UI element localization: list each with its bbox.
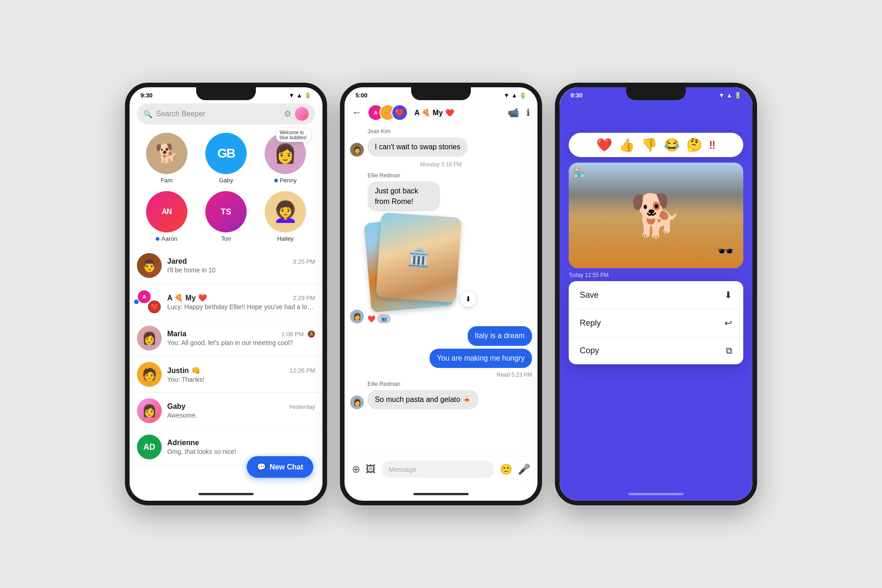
story-tori[interactable]: TS Tori	[205, 191, 247, 242]
chat-item-group[interactable]: A ❤️ A 🍕 My ❤️ 2:29 PM Lucy: Happy birth…	[130, 284, 322, 320]
react-laugh[interactable]: 😂	[664, 137, 680, 153]
jared-time: 3:25 PM	[293, 258, 315, 265]
react-heart[interactable]: ❤️	[596, 137, 612, 153]
back-button[interactable]: ←	[352, 107, 362, 119]
story-fam[interactable]: 🐕 Fam	[146, 133, 187, 184]
phone-notch-1	[196, 87, 256, 100]
story-gaby-label: Gaby	[219, 177, 233, 184]
stories-row-1: 🐕 Fam GB Gaby Welcome toblue bubbles! 👩 …	[130, 129, 322, 187]
gaby-content: Gaby Yesterday Awesome.	[167, 402, 315, 419]
story-aaron-label: Aaron	[156, 235, 177, 242]
signal-icon: ▲	[296, 92, 302, 99]
battery-icon-2: 🔋	[519, 92, 526, 99]
new-chat-button[interactable]: 💬 New Chat	[247, 456, 313, 478]
save-icon: ⬇	[724, 289, 732, 300]
chat-item-jared[interactable]: 👨 Jared 3:25 PM I'll be home in 10	[130, 248, 322, 284]
context-copy[interactable]: Copy ⧉	[569, 337, 743, 364]
search-icon: 🔍	[143, 110, 153, 119]
story-gaby[interactable]: GB Gaby	[205, 133, 247, 184]
download-button[interactable]: ⬇	[460, 291, 476, 307]
adrienne-avatar: AD	[137, 435, 162, 459]
reply-label: Reply	[580, 318, 601, 328]
emoji-icon[interactable]: 🙂	[500, 464, 512, 475]
message-input[interactable]: Message	[381, 461, 494, 478]
right-bubble-2: You are making me hungry	[430, 349, 532, 368]
chat-header-bar: ← A 🍕 ❤️ A 🍕 My ❤️ 📹 ℹ	[345, 101, 537, 124]
reaction-faces: 👥	[377, 314, 391, 323]
add-icon[interactable]: ⊕	[352, 464, 360, 475]
chat-item-justin[interactable]: 🧑 Justin 👊 12:26 PM You: Thanks!	[130, 356, 322, 393]
react-exclaim[interactable]: ‼️	[709, 139, 716, 152]
context-menu: Save ⬇ Reply ↩ Copy ⧉	[569, 281, 743, 364]
story-penny[interactable]: Welcome toblue bubbles! 👩 Penny	[265, 133, 306, 184]
search-placeholder: Search Beeper	[156, 110, 280, 118]
chat-item-gaby[interactable]: 👩 Gaby Yesterday Awesome.	[130, 393, 322, 429]
search-bar[interactable]: 🔍 Search Beeper ⚙	[137, 103, 315, 124]
jared-name: Jared	[167, 257, 187, 266]
gaby-time: Yesterday	[289, 403, 315, 410]
bg-items: 🏪	[573, 167, 585, 178]
msg-row-right-2: You are making me hungry	[350, 349, 532, 368]
jean-avatar: 👩	[350, 143, 364, 157]
react-thumbsup[interactable]: 👍	[619, 137, 635, 153]
story-penny-label: Penny	[274, 177, 297, 184]
media-icon[interactable]: 🖼	[366, 464, 376, 475]
settings-icon[interactable]: ⚙	[284, 109, 291, 119]
react-think[interactable]: 🤔	[686, 137, 702, 153]
ellie-bubble-1: Just got back from Rome!	[368, 181, 440, 211]
group-av-2: ❤️	[147, 300, 162, 314]
save-label: Save	[580, 290, 599, 300]
story-tori-circle: TS	[205, 191, 247, 232]
msg-row-ellie-1: 👩 Just got back from Rome! 🍹 🏛️ ⬇	[350, 181, 532, 323]
maria-content: Maria 1:08 PM 🔕 You: All good, let's pla…	[167, 330, 315, 346]
group-avatars: A 🍕 ❤️	[368, 104, 403, 121]
story-aaron[interactable]: AN Aaron	[146, 191, 187, 242]
battery-icon: 🔋	[304, 92, 311, 99]
video-call-icon[interactable]: 📹	[508, 107, 519, 118]
signal-icon-3: ▲	[726, 92, 732, 99]
msg-sender-ellie-2: Ellie Redman	[368, 381, 532, 387]
msg-row-jean: 👩 I can't wait to swap stories	[350, 137, 532, 157]
glasses-detail: 🕶️	[717, 243, 734, 259]
story-hailey[interactable]: 👩‍🦱 Hailey	[265, 191, 306, 242]
status-time-1: 9:30	[141, 92, 153, 99]
story-gaby-circle: GB	[205, 133, 247, 174]
ellie-content: Just got back from Rome! 🍹 🏛️ ⬇ ❤️ 👥	[368, 181, 469, 323]
context-save[interactable]: Save ⬇	[569, 281, 743, 309]
group-header-av-3: ❤️	[391, 104, 408, 121]
chat-header-name: A 🍕 My ❤️	[414, 108, 503, 117]
jared-preview: I'll be home in 10	[167, 266, 315, 274]
story-aaron-circle: AN	[146, 191, 187, 232]
info-icon[interactable]: ℹ	[526, 107, 530, 118]
photo-card-2: 🏛️	[376, 212, 462, 303]
right-bubble-1: Italy is a dream	[468, 326, 532, 345]
new-chat-icon: 💬	[257, 463, 266, 471]
wifi-icon: ▼	[288, 92, 294, 99]
message-input-bar: ⊕ 🖼 Message 🙂 🎤	[345, 456, 537, 482]
chat-item-maria[interactable]: 👩 Maria 1:08 PM 🔕 You: All good, let's p…	[130, 320, 322, 356]
msg-sender-ellie: Ellie Redman	[368, 172, 532, 179]
wifi-icon-2: ▼	[503, 92, 509, 99]
emoji-reactions-bar: ❤️ 👍 👎 😂 🤔 ‼️	[569, 133, 743, 157]
context-reply[interactable]: Reply ↩	[569, 309, 743, 337]
dog-emoji: 🐕	[630, 192, 682, 240]
ellie-avatar-1: 👩	[350, 310, 364, 323]
maria-name: Maria	[167, 330, 187, 338]
phone-3: 9:30 ▼ ▲ 🔋 ❤️ 👍 👎 😂 🤔 ‼️ 🐕 🕶️ 🏪	[555, 83, 757, 505]
status-icons-2: ▼ ▲ 🔋	[503, 92, 526, 99]
react-thumbsdown[interactable]: 👎	[641, 137, 657, 153]
photo-collage: 🍹 🏛️ ⬇	[368, 215, 469, 311]
mic-icon[interactable]: 🎤	[518, 464, 530, 475]
reply-icon: ↩	[724, 317, 732, 328]
signal-icon-2: ▲	[511, 92, 517, 99]
story-fam-circle: 🐕	[146, 133, 187, 174]
story-tori-label: Tori	[221, 235, 231, 242]
status-time-2: 5:00	[356, 92, 368, 99]
home-bar-3	[628, 493, 684, 495]
story-penny-bubble: Welcome toblue bubbles!	[276, 128, 311, 142]
copy-label: Copy	[580, 346, 599, 356]
msg-row-right-1: Italy is a dream	[350, 326, 532, 345]
user-avatar[interactable]	[295, 107, 309, 121]
ellie-avatar-2: 👩	[350, 396, 364, 409]
phone-notch-2	[411, 87, 471, 100]
